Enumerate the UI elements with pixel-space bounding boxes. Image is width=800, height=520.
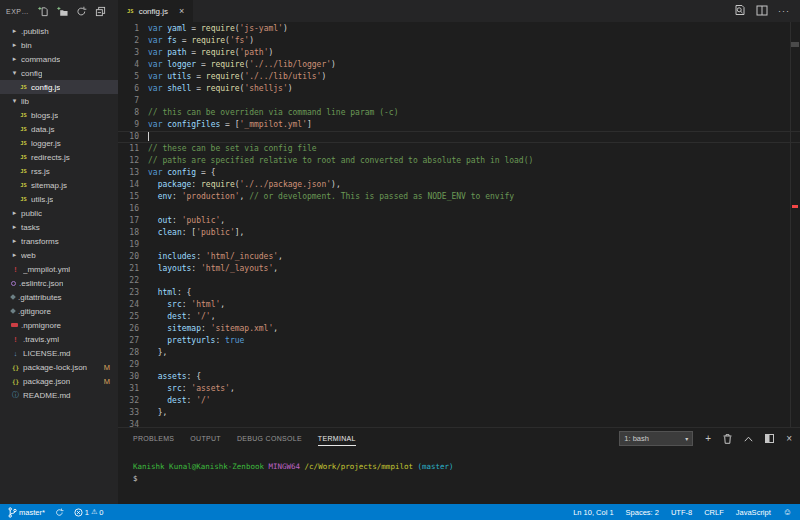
json-file-icon: {} [11, 364, 20, 371]
tree-item-.travis.yml[interactable]: !.travis.yml [0, 332, 118, 346]
git-branch-icon [8, 507, 17, 518]
split-editor-icon[interactable] [756, 2, 768, 20]
tree-item-.npmignore[interactable]: .npmignore [0, 318, 118, 332]
code-line-4: 4var logger = require('./../lib/logger') [118, 59, 800, 71]
js-file-icon: JS [127, 8, 134, 14]
line-number: 30 [118, 371, 148, 383]
sync-button[interactable] [55, 508, 64, 517]
tree-item-blogs.js[interactable]: JSblogs.js [0, 108, 118, 122]
code-line-33: 33 }, [118, 407, 800, 419]
tree-item-config.js[interactable]: JSconfig.js [0, 80, 118, 94]
git-branch-indicator[interactable]: master* [8, 507, 45, 518]
eol-setting[interactable]: CRLF [704, 508, 724, 517]
new-folder-icon[interactable] [57, 6, 68, 17]
line-number: 31 [118, 383, 148, 395]
tree-item-rss.js[interactable]: JSrss.js [0, 164, 118, 178]
problems-indicator[interactable]: 1 ⚠ 0 [74, 508, 104, 517]
tree-item-.publish[interactable]: ▸.publish [0, 24, 118, 38]
tree-item-_mmpilot.yml[interactable]: !_mmpilot.yml [0, 262, 118, 276]
line-number: 10 [118, 131, 148, 143]
close-tab-icon[interactable]: × [179, 6, 184, 16]
line-number: 20 [118, 251, 148, 263]
tree-item-.eslintrc.json[interactable]: .eslintrc.json [0, 276, 118, 290]
code-editor[interactable]: 1var yaml = require('js-yaml')2var fs = … [118, 22, 800, 427]
open-preview-icon[interactable] [734, 2, 746, 20]
file-label: data.js [31, 125, 55, 134]
tree-item-package-lock.json[interactable]: {}package-lock.jsonM [0, 360, 118, 374]
terminal-output[interactable]: Kanishk Kunal@Kanishk-Zenbook MINGW64 /c… [118, 448, 800, 485]
tree-item-logger.js[interactable]: JSlogger.js [0, 136, 118, 150]
collapse-folders-icon[interactable] [95, 6, 106, 17]
maximize-panel-icon[interactable] [744, 436, 753, 442]
file-label: lib [21, 97, 29, 106]
file-label: bin [21, 41, 32, 50]
git-file-icon [10, 308, 16, 314]
tree-item-bin[interactable]: ▸bin [0, 38, 118, 52]
line-number: 26 [118, 323, 148, 335]
tree-item-web[interactable]: ▸web [0, 248, 118, 262]
tab-config-js[interactable]: JS config.js × [118, 0, 193, 22]
tree-item-.gitignore[interactable]: .gitignore [0, 304, 118, 318]
feedback-smiley-icon[interactable]: ☺ [783, 507, 792, 517]
tree-item-redirects.js[interactable]: JSredirects.js [0, 150, 118, 164]
panel-tab-debug-console[interactable]: DEBUG CONSOLE [237, 431, 302, 445]
tree-item-config[interactable]: ▾config [0, 66, 118, 80]
panel-tab-output[interactable]: OUTPUT [190, 431, 221, 445]
line-number: 7 [118, 95, 148, 107]
js-file-icon: JS [19, 126, 28, 132]
panel-tab-terminal[interactable]: TERMINAL [318, 431, 356, 446]
tree-item-commands[interactable]: ▸commands [0, 52, 118, 66]
refresh-explorer-icon[interactable] [76, 6, 87, 17]
tree-item-.gitattributes[interactable]: .gitattributes [0, 290, 118, 304]
tree-item-tasks[interactable]: ▸tasks [0, 220, 118, 234]
encoding-setting[interactable]: UTF-8 [671, 508, 692, 517]
panel-tab-problems[interactable]: PROBLEMS [133, 431, 174, 445]
file-label: config [21, 69, 42, 78]
overview-ruler[interactable] [790, 22, 800, 427]
code-line-10: 10 [118, 131, 800, 143]
code-line-24: 24 src: 'html', [118, 299, 800, 311]
line-number: 12 [118, 155, 148, 167]
line-number: 27 [118, 335, 148, 347]
terminal-shell-select[interactable]: 1: bash ▾ [619, 431, 693, 446]
line-number: 16 [118, 203, 148, 215]
tree-item-sitemap.js[interactable]: JSsitemap.js [0, 178, 118, 192]
file-label: package.json [23, 377, 70, 386]
file-label: blogs.js [31, 111, 58, 120]
code-line-32: 32 dest: '/' [118, 395, 800, 407]
js-file-icon: JS [19, 154, 28, 160]
close-panel-icon[interactable]: × [786, 434, 792, 444]
tree-item-LICENSE.md[interactable]: ↓LICENSE.md [0, 346, 118, 360]
language-mode[interactable]: JavaScript [736, 508, 771, 517]
line-number: 15 [118, 191, 148, 203]
cursor-position[interactable]: Ln 10, Col 1 [573, 508, 613, 517]
line-number: 33 [118, 407, 148, 419]
line-number: 2 [118, 35, 148, 47]
indentation-setting[interactable]: Spaces: 2 [626, 508, 659, 517]
code-line-11: 11// these can be set via config file [118, 143, 800, 155]
file-label: _mmpilot.yml [23, 265, 70, 274]
split-terminal-icon[interactable] [765, 434, 774, 443]
bottom-panel: PROBLEMSOUTPUTDEBUG CONSOLETERMINAL 1: b… [118, 427, 800, 504]
tree-item-README.md[interactable]: ⓘREADME.md [0, 388, 118, 402]
line-number: 5 [118, 71, 148, 83]
status-bar: master* 1 ⚠ 0 Ln 10, Col 1 Spaces: 2 UTF… [0, 504, 800, 520]
kill-terminal-icon[interactable] [723, 434, 732, 444]
new-file-icon[interactable] [38, 6, 49, 17]
error-icon [74, 508, 83, 517]
tree-item-public[interactable]: ▸public [0, 206, 118, 220]
file-label: sitemap.js [31, 181, 67, 190]
terminal-prompt-line: Kanishk Kunal@Kanishk-Zenbook MINGW64 /c… [133, 461, 800, 473]
tree-item-package.json[interactable]: {}package.jsonM [0, 374, 118, 388]
license-file-icon: ↓ [11, 350, 20, 357]
scrollbar-slider[interactable] [791, 42, 799, 47]
terminal-input-line: $ [133, 473, 800, 485]
code-line-23: 23 html: { [118, 287, 800, 299]
more-actions-icon[interactable]: ··· [778, 6, 790, 16]
tree-item-utils.js[interactable]: JSutils.js [0, 192, 118, 206]
tree-item-transforms[interactable]: ▸transforms [0, 234, 118, 248]
tree-item-lib[interactable]: ▾lib [0, 94, 118, 108]
new-terminal-icon[interactable]: + [705, 434, 711, 444]
tree-item-data.js[interactable]: JSdata.js [0, 122, 118, 136]
json-file-icon: {} [11, 378, 20, 385]
